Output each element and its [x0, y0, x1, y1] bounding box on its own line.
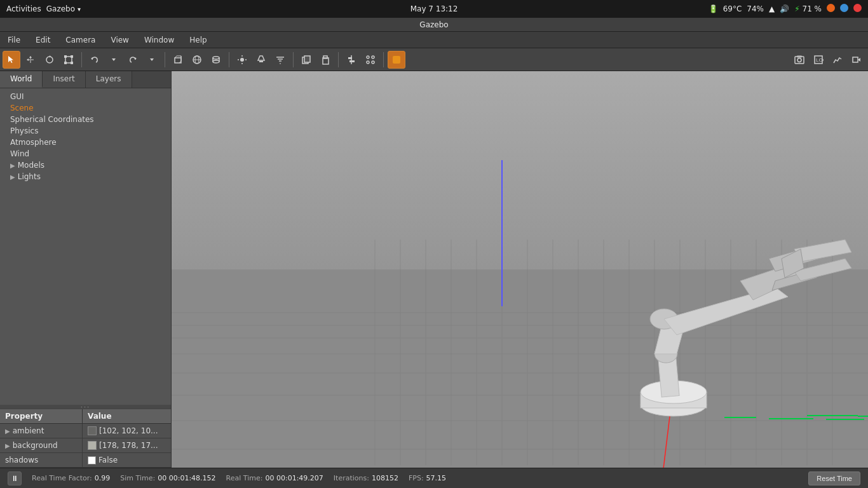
system-bar-left: Activities Gazebo ▾	[6, 4, 81, 13]
menu-view[interactable]: View	[108, 34, 131, 46]
mode-button[interactable]	[388, 51, 405, 69]
toolbar: LOG	[0, 48, 868, 71]
tree-item-physics-label: Physics	[10, 126, 38, 135]
spot-light-button[interactable]	[252, 51, 270, 69]
datetime-display: May 7 13:12	[410, 4, 458, 13]
realtime-factor-label: Real Time Factor:	[32, 474, 92, 482]
redo-button[interactable]	[124, 51, 142, 69]
wifi-icon: ▲	[769, 4, 775, 13]
tree-item-scene-label: Scene	[10, 104, 34, 112]
select-tool-button[interactable]	[3, 51, 20, 69]
tree-item-physics[interactable]: Physics	[0, 125, 171, 137]
toolbar-sep-2	[165, 52, 165, 67]
undo-button[interactable]	[86, 51, 104, 69]
toolbar-sep-4	[293, 52, 294, 67]
menu-bar: File Edit Camera View Window Help	[0, 32, 868, 48]
realtime-factor-display: Real Time Factor: 0.99	[32, 474, 110, 482]
copy-button[interactable]	[297, 51, 315, 69]
svg-rect-32	[348, 57, 352, 59]
prop-row-background[interactable]: ▶ background [178, 178, 17...	[0, 438, 171, 453]
svg-rect-33	[349, 60, 355, 62]
ambient-value-text: [102, 102, 10...	[99, 426, 158, 435]
toolbar-sep-6	[383, 52, 384, 67]
realtime-factor-value: 0.99	[95, 474, 111, 482]
activities-label[interactable]: Activities	[6, 4, 41, 13]
tab-bar: World Insert Layers	[0, 71, 171, 88]
record-button[interactable]	[848, 51, 865, 69]
prop-row-shadows[interactable]: shadows False	[0, 453, 171, 468]
power-icon: ⚡	[794, 4, 799, 13]
tree-item-spherical-coordinates[interactable]: Spherical Coordinates	[0, 114, 171, 125]
real-time-display: Real Time: 00 00:01:49.207	[226, 474, 323, 482]
menu-file[interactable]: File	[5, 34, 23, 46]
screenshot-button[interactable]	[790, 51, 808, 69]
tree-item-models[interactable]: ▶ Models	[0, 159, 171, 171]
property-header: Property Value	[0, 409, 171, 424]
box-tool-button[interactable]	[169, 51, 187, 69]
sim-time-display: Sim Time: 00 00:01:48.152	[120, 474, 215, 482]
prop-name-background: ▶ background	[0, 438, 83, 452]
toolbar-sep-5	[338, 52, 339, 67]
fps-display: FPS: 57.15	[409, 474, 446, 482]
shadows-value-text: False	[98, 456, 118, 464]
cylinder-tool-button[interactable]	[207, 51, 225, 69]
rotate-tool-button[interactable]	[41, 51, 58, 69]
prop-row-ambient[interactable]: ▶ ambient [102, 102, 10...	[0, 424, 171, 438]
log-button[interactable]: LOG	[810, 51, 827, 69]
fps-label: FPS:	[409, 474, 424, 482]
temp-display: 69°C	[723, 4, 742, 13]
svg-rect-5	[71, 62, 73, 64]
left-panel: World Insert Layers GUI Scene Spherical …	[0, 71, 172, 468]
tree-item-lights[interactable]: ▶ Lights	[0, 171, 171, 182]
point-light-button[interactable]	[233, 51, 251, 69]
background-arrow-icon: ▶	[5, 442, 10, 449]
viewport[interactable]	[172, 71, 868, 468]
svg-rect-2	[64, 55, 67, 58]
svg-point-35	[372, 56, 374, 58]
tree-item-gui-label: GUI	[10, 92, 24, 101]
menu-edit[interactable]: Edit	[33, 34, 53, 46]
paste-button[interactable]	[316, 51, 334, 69]
tree-item-atmosphere[interactable]: Atmosphere	[0, 137, 171, 148]
svg-point-12	[213, 57, 219, 59]
translate-tool-button[interactable]	[22, 51, 39, 69]
sphere-tool-button[interactable]	[188, 51, 206, 69]
property-panel: Property Value ▶ ambient [102, 102, 10..…	[0, 409, 171, 468]
tab-insert[interactable]: Insert	[43, 71, 85, 88]
tree-item-wind[interactable]: Wind	[0, 148, 171, 159]
reset-time-button[interactable]: Reset Time	[808, 471, 860, 485]
toolbar-sep-3	[229, 52, 229, 67]
status-bar: ⏸ Real Time Factor: 0.99 Sim Time: 00 00…	[0, 468, 868, 488]
prop-name-shadows: shadows	[0, 453, 83, 467]
plot-button[interactable]	[829, 51, 846, 69]
pause-button[interactable]: ⏸	[8, 471, 22, 485]
app-name-label[interactable]: Gazebo ▾	[46, 4, 81, 13]
value-col-header: Value	[83, 409, 171, 423]
menu-window[interactable]: Window	[142, 34, 177, 46]
tab-world[interactable]: World	[0, 71, 43, 88]
shadows-checkbox[interactable]	[88, 456, 96, 464]
svg-rect-4	[64, 62, 67, 64]
svg-rect-44	[853, 57, 858, 62]
tree-item-gui[interactable]: GUI	[0, 91, 171, 102]
svg-rect-3	[71, 55, 73, 58]
redo-dropdown-button[interactable]	[143, 51, 161, 69]
svg-rect-39	[795, 57, 804, 64]
tab-layers[interactable]: Layers	[86, 71, 132, 88]
menu-camera[interactable]: Camera	[63, 34, 98, 46]
scale-tool-button[interactable]	[60, 51, 78, 69]
menu-help[interactable]: Help	[187, 34, 209, 46]
property-col-header: Property	[0, 409, 83, 423]
align-button[interactable]	[342, 51, 360, 69]
system-bar: Activities Gazebo ▾ May 7 13:12 🔋 69°C 7…	[0, 0, 868, 18]
tree-item-spherical-label: Spherical Coordinates	[10, 115, 94, 124]
svg-rect-38	[393, 56, 400, 64]
tree-item-lights-label: Lights	[18, 172, 41, 181]
tree-item-atmosphere-label: Atmosphere	[10, 138, 57, 147]
undo-dropdown-button[interactable]	[105, 51, 123, 69]
dir-light-button[interactable]	[271, 51, 289, 69]
sim-time-value: 00 00:01:48.152	[158, 474, 215, 482]
snap-button[interactable]	[362, 51, 379, 69]
toolbar-sep-1	[81, 52, 82, 67]
tree-item-scene[interactable]: Scene	[0, 102, 171, 114]
